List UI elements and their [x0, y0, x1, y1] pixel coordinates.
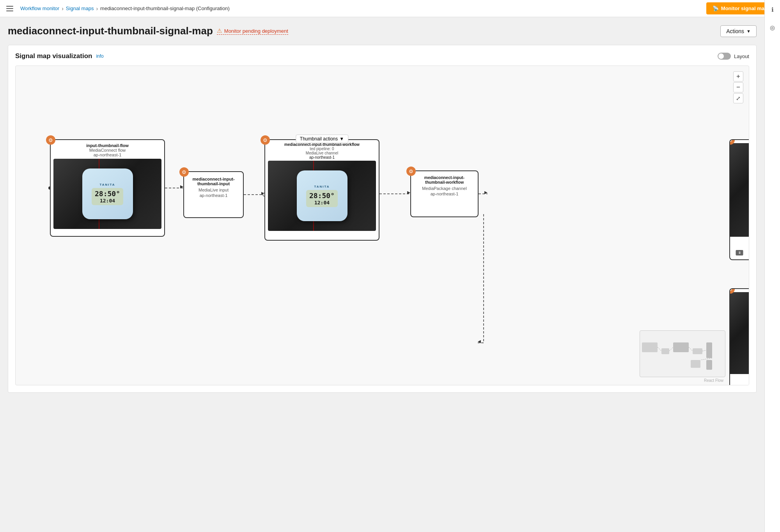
minimap	[640, 330, 725, 377]
input-node-region: ap-northeast-1	[188, 193, 239, 198]
svg-marker-6	[407, 191, 410, 194]
viz-canvas: ⚙ input-thumbnail-flow MediaConnect flow…	[15, 66, 749, 385]
signal-map-title: Signal map visualization	[15, 52, 92, 60]
clock-brand-2: TANITA	[314, 185, 330, 188]
layout-toggle: Layout	[718, 53, 749, 60]
layout-toggle-switch[interactable]	[718, 53, 731, 60]
signal-map-header: Signal map visualization info Layout	[15, 52, 749, 60]
clock-display-2: 28:50° 12:04	[306, 190, 338, 207]
clock-display-1: 28:50° 12:04	[92, 188, 123, 205]
svg-marker-5	[261, 192, 264, 195]
thumbnail-actions-label: Thumbnail actions	[300, 136, 338, 142]
monitor-btn-label: Monitor signal map	[721, 5, 768, 11]
breadcrumb-separator-2: ›	[96, 5, 98, 12]
flow-node-region: ap-northeast-1	[53, 153, 162, 157]
clock-time-2: 12:04	[309, 200, 335, 206]
channel-node-type: MediaLive channel	[268, 151, 376, 155]
react-flow-label: React Flow	[704, 378, 723, 383]
flow-node-type: MediaConnect flow	[53, 148, 162, 153]
svg-line-19	[669, 347, 673, 351]
sidebar-right: ℹ ◎	[764, 0, 780, 401]
svg-line-22	[700, 358, 712, 360]
svg-line-20	[689, 347, 693, 351]
package-node-type: MediaPackage channel	[414, 186, 475, 191]
zoom-controls: + − ⤢	[733, 71, 743, 103]
clock-temp-2: 28:50°	[309, 192, 335, 200]
thumbnail-actions-arrow: ▼	[339, 136, 344, 142]
flow-node[interactable]: ⚙ input-thumbnail-flow MediaConnect flow…	[50, 139, 165, 237]
hamburger-menu[interactable]	[6, 6, 13, 11]
svg-rect-15	[706, 342, 712, 358]
gear-icon-package: ⚙	[409, 168, 413, 174]
zoom-in-button[interactable]: +	[733, 71, 743, 82]
top-bar-left: Workflow monitor › Signal maps › mediaco…	[6, 5, 230, 12]
breadcrumb-signal-maps[interactable]: Signal maps	[66, 5, 94, 11]
clock-temp-1: 28:50°	[95, 190, 120, 198]
svg-rect-17	[706, 360, 712, 370]
channel-node-badge: ⚙	[261, 135, 270, 145]
input-node[interactable]: ⚙ mediaconnect-input-thumbnail-input Med…	[183, 171, 244, 218]
zoom-fit-button[interactable]: ⤢	[733, 93, 743, 103]
channel-thumbnail: TANITA 28:50° 12:04	[268, 161, 376, 231]
page-content: mediaconnect-input-thumbnail-signal-map …	[0, 17, 764, 401]
package-node[interactable]: ⚙ mediaconnect-input-thumbnail-workflow …	[410, 170, 479, 217]
right-node-top: ⚙ ⏸	[729, 139, 749, 260]
info-icon: ℹ	[771, 6, 774, 13]
flow-node-name: input-thumbnail-flow	[53, 143, 162, 148]
page-title: mediaconnect-input-thumbnail-signal-map	[8, 25, 213, 37]
flow-node-header: input-thumbnail-flow MediaConnect flow a…	[51, 140, 164, 159]
svg-rect-12	[661, 348, 669, 354]
channel-node[interactable]: ⚙ Thumbnail actions ▼ mediaconnect-input…	[264, 139, 379, 241]
svg-rect-11	[642, 342, 658, 352]
right-node-top-inner	[730, 143, 749, 237]
input-node-type: MediaLive input	[188, 188, 239, 192]
page-title-group: mediaconnect-input-thumbnail-signal-map …	[8, 25, 288, 37]
gear-icon-right-bottom: ⚙	[729, 288, 732, 292]
location-icon: ◎	[770, 24, 775, 31]
channel-node-region: ap-northeast-1	[268, 155, 376, 160]
breadcrumb-workflow-monitor[interactable]: Workflow monitor	[20, 5, 59, 11]
package-node-region: ap-northeast-1	[414, 192, 475, 196]
actions-arrow-icon: ▼	[746, 29, 751, 34]
gear-icon-flow: ⚙	[48, 137, 53, 143]
gear-icon-channel: ⚙	[263, 137, 268, 143]
input-node-name: mediaconnect-input-thumbnail-input	[188, 177, 239, 186]
svg-rect-14	[693, 348, 702, 354]
svg-marker-8	[478, 340, 481, 343]
info-icon-btn[interactable]: ℹ	[767, 4, 778, 16]
input-node-badge: ⚙	[179, 167, 189, 177]
right-node-bottom-inner	[730, 292, 749, 374]
pending-badge[interactable]: ⚠ Monitor pending deployment	[217, 27, 288, 35]
location-icon-btn[interactable]: ◎	[767, 22, 778, 34]
svg-marker-4	[180, 185, 183, 188]
flow-node-badge: ⚙	[46, 135, 55, 145]
right-node-bottom: ⚙	[729, 288, 749, 385]
svg-rect-16	[691, 360, 700, 368]
input-node-content: mediaconnect-input-thumbnail-input Media…	[184, 172, 243, 202]
thumbnail-actions-button[interactable]: Thumbnail actions ▼	[296, 135, 348, 143]
page-title-row: mediaconnect-input-thumbnail-signal-map …	[8, 25, 757, 37]
clock-time-1: 12:04	[95, 198, 120, 204]
flow-thumbnail: TANITA 28:50° 12:04	[53, 159, 161, 229]
breadcrumb-separator-1: ›	[62, 5, 64, 12]
package-node-badge: ⚙	[406, 167, 416, 176]
signal-map-title-row: Signal map visualization info	[15, 52, 104, 60]
actions-label: Actions	[726, 28, 744, 34]
svg-rect-13	[673, 342, 689, 352]
clock-device-2: TANITA 28:50° 12:04	[297, 170, 347, 221]
package-node-name: mediaconnect-input-thumbnail-workflow	[414, 175, 475, 184]
top-bar: Workflow monitor › Signal maps › mediaco…	[0, 0, 780, 17]
svg-line-18	[658, 347, 661, 351]
info-link[interactable]: info	[96, 53, 103, 59]
clock-device-1: TANITA 28:50° 12:04	[82, 168, 133, 219]
zoom-out-button[interactable]: −	[733, 82, 743, 92]
actions-button[interactable]: Actions ▼	[720, 25, 757, 37]
clock-brand-1: TANITA	[99, 183, 115, 186]
warning-icon: ⚠	[217, 27, 222, 34]
signal-map-card: Signal map visualization info Layout	[8, 45, 757, 393]
layout-label: Layout	[734, 53, 749, 59]
monitor-signal-map-button[interactable]: 📡 Monitor signal map	[706, 2, 774, 14]
gear-icon-right-top: ⚙	[729, 139, 732, 143]
svg-line-21	[702, 350, 706, 351]
monitor-btn-icon: 📡	[713, 5, 719, 11]
